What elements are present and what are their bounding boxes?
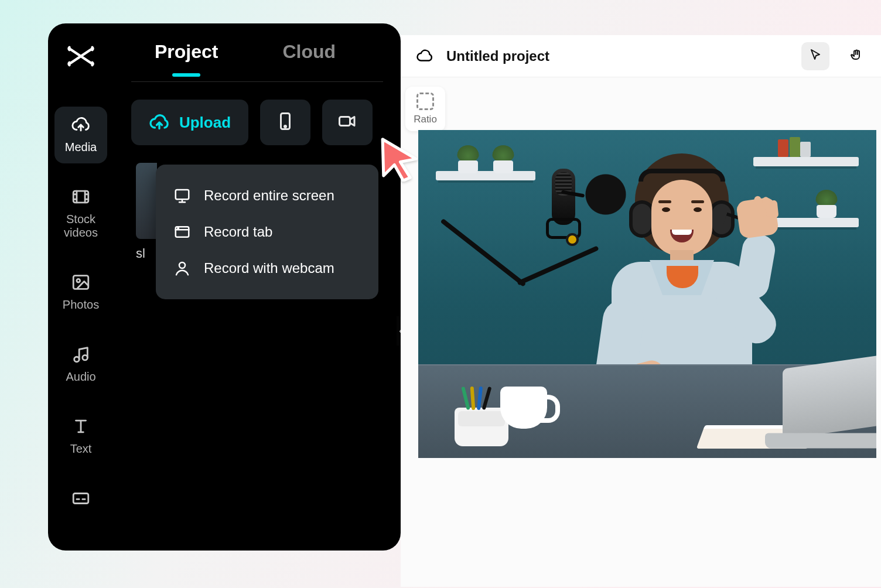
person-icon (173, 259, 191, 277)
tab-cloud[interactable]: Cloud (282, 41, 336, 76)
tab-project[interactable]: Project (155, 41, 218, 76)
sidebar-item-label: Photos (63, 298, 99, 312)
cloud-sync-icon[interactable] (416, 47, 433, 65)
svg-point-12 (179, 262, 185, 268)
svg-point-11 (177, 228, 179, 229)
sidebar-item-label: Text (70, 442, 92, 456)
sidebar-item-media[interactable]: Media (54, 107, 107, 163)
captions-icon (71, 488, 91, 508)
sidebar-item-label: Media (65, 141, 97, 154)
image-icon (71, 272, 91, 292)
record-entire-screen-item[interactable]: Record entire screen (170, 177, 364, 214)
phone-icon (275, 111, 296, 134)
music-icon (71, 344, 91, 364)
sidebar-item-captions[interactable] (54, 480, 107, 518)
upload-from-phone-button[interactable] (260, 100, 310, 145)
dropdown-item-label: Record with webcam (204, 260, 334, 276)
sidebar-item-text[interactable]: Text (54, 408, 107, 465)
dropdown-item-label: Record entire screen (204, 187, 334, 204)
svg-point-7 (285, 126, 286, 128)
dropdown-item-label: Record tab (204, 224, 272, 240)
record-tab-item[interactable]: Record tab (170, 214, 364, 250)
upload-button[interactable]: Upload (131, 100, 248, 145)
app-logo-icon (66, 41, 96, 71)
monitor-icon (173, 187, 191, 204)
svg-rect-8 (340, 117, 350, 126)
video-preview[interactable] (418, 130, 876, 458)
sidebar-item-label: Stock videos (64, 213, 98, 240)
upload-button-label: Upload (179, 114, 231, 132)
ratio-label: Ratio (414, 114, 437, 125)
cursor-icon (808, 48, 822, 64)
svg-rect-0 (73, 191, 88, 203)
titlebar: Untitled project (401, 35, 881, 77)
project-title[interactable]: Untitled project (446, 48, 788, 64)
video-camera-icon (337, 111, 358, 134)
hand-tool-button[interactable] (842, 42, 870, 70)
cloud-upload-icon (71, 115, 91, 135)
sidebar-item-audio[interactable]: Audio (54, 336, 107, 393)
canvas-area[interactable]: Ratio (401, 77, 881, 587)
ratio-icon (416, 93, 434, 110)
sidebar-item-photos[interactable]: Photos (54, 264, 107, 321)
window-icon (173, 223, 191, 241)
ratio-button[interactable]: Ratio (405, 87, 445, 131)
source-tabs: Project Cloud (131, 23, 383, 82)
select-tool-button[interactable] (801, 42, 829, 70)
sidebar-item-label: Audio (66, 370, 95, 384)
text-icon (71, 416, 91, 436)
editor-area: Untitled project Ratio (401, 35, 881, 588)
sidebar-item-stock-videos[interactable]: Stock videos (54, 179, 107, 249)
media-thumbnail[interactable] (136, 163, 157, 239)
cloud-upload-icon (149, 112, 170, 133)
upload-row: Upload (131, 100, 383, 145)
svg-point-2 (77, 279, 80, 282)
sidebar: Media Stock videos Photos (48, 23, 114, 551)
hand-icon (849, 48, 863, 64)
record-dropdown: Record entire screen Record tab Record w… (156, 165, 378, 299)
svg-rect-5 (73, 494, 88, 504)
svg-rect-9 (176, 190, 189, 199)
film-icon (71, 187, 91, 207)
record-webcam-item[interactable]: Record with webcam (170, 250, 364, 286)
record-button[interactable] (322, 100, 373, 145)
